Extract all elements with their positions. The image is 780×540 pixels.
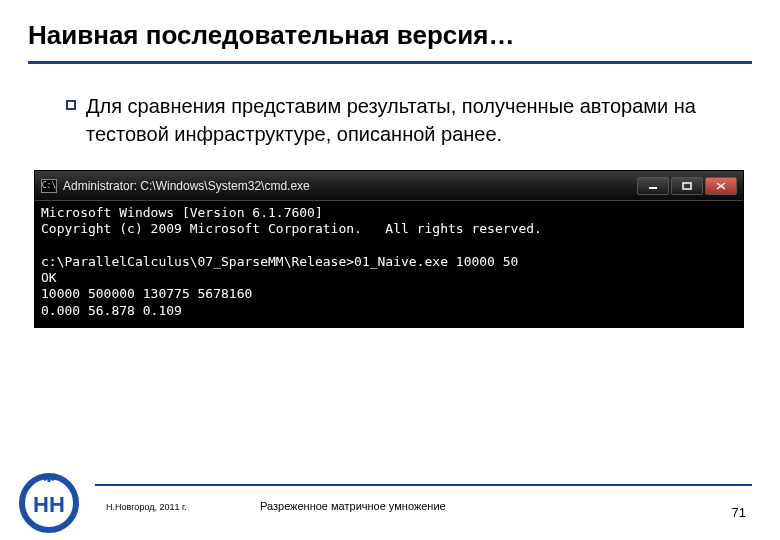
cmd-window: C:\ Administrator: C:\Windows\System32\c… [34,170,744,328]
window-buttons [637,177,737,195]
university-logo-icon: HH [18,472,80,534]
svg-rect-1 [683,183,691,189]
minimize-icon [648,182,658,190]
close-icon [716,182,726,190]
bullet-icon [66,100,76,110]
footer-location: Н.Новгород, 2011 г. [106,502,187,512]
slide-title: Наивная последовательная версия… [28,20,752,61]
page-number: 71 [732,505,746,520]
close-button[interactable] [705,177,737,195]
bullet-item: Для сравнения представим результаты, пол… [66,92,742,148]
bullet-block: Для сравнения представим результаты, пол… [28,92,752,148]
footer-divider [95,484,752,486]
minimize-button[interactable] [637,177,669,195]
svg-text:HH: HH [33,492,65,517]
slide: Наивная последовательная версия… Для сра… [0,0,780,540]
footer-title: Разреженное матричное умножение [260,500,446,512]
title-divider [28,61,752,64]
bullet-text: Для сравнения представим результаты, пол… [86,92,742,148]
cmd-window-title: Administrator: C:\Windows\System32\cmd.e… [63,179,631,193]
cmd-output: Microsoft Windows [Version 6.1.7600] Cop… [35,201,743,327]
terminal-icon: C:\ [41,179,57,193]
maximize-icon [682,182,692,190]
maximize-button[interactable] [671,177,703,195]
cmd-titlebar: C:\ Administrator: C:\Windows\System32\c… [35,171,743,201]
